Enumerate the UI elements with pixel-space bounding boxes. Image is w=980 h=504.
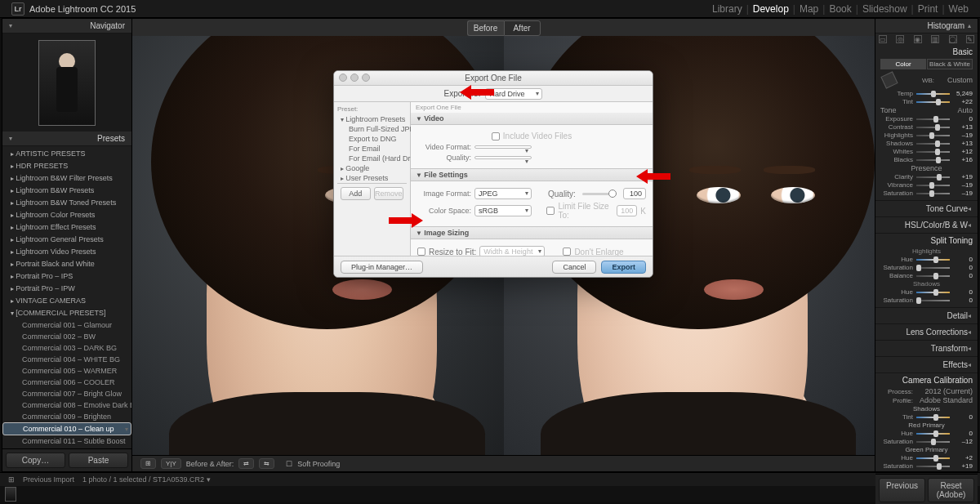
cc-red-hue-value[interactable]: 0 — [953, 430, 973, 437]
nav-book[interactable]: Book — [829, 3, 851, 15]
shadows-value[interactable]: +13 — [953, 140, 973, 147]
file-settings-header[interactable]: File Settings — [411, 169, 653, 181]
temp-slider[interactable] — [916, 93, 950, 95]
nav-map[interactable]: Map — [800, 3, 818, 15]
clarity-slider[interactable] — [916, 176, 950, 178]
previous-button[interactable]: Previous — [879, 478, 925, 502]
ba-mode-chip[interactable]: Y|Y — [161, 458, 181, 469]
tint-slider[interactable] — [916, 101, 950, 103]
preset-item[interactable]: Export to DNG — [337, 134, 407, 144]
preset-folder-lightroom[interactable]: Lightroom Presets — [337, 114, 407, 124]
paste-button[interactable]: Paste — [69, 453, 128, 468]
preset-item[interactable]: Commercial 001 – Glamour — [2, 319, 131, 331]
temp-value[interactable]: 5,249 — [953, 90, 973, 97]
st-hue-h-slider[interactable] — [916, 259, 950, 261]
status-left[interactable]: Previous Import — [23, 475, 74, 484]
preset-item[interactable]: Commercial 010 – Clean up — [2, 422, 131, 435]
preset-item[interactable]: Commercial 006 – COOLER — [2, 377, 131, 388]
filmstrip-thumb[interactable] — [5, 487, 16, 502]
tab-before[interactable]: Before — [467, 20, 504, 36]
tone-curve-panel[interactable]: Tone Curve ◂ — [875, 201, 978, 217]
quality-slider[interactable] — [582, 193, 617, 195]
saturation-slider[interactable] — [916, 193, 950, 194]
preset-item[interactable]: Commercial 008 – Emotive Dark BG — [2, 399, 131, 411]
process-value[interactable]: 2012 (Current) — [916, 387, 973, 395]
image-sizing-header[interactable]: Image Sizing — [411, 227, 653, 239]
preset-item[interactable]: Commercial 005 – WARMER — [2, 365, 131, 377]
tab-after[interactable]: After — [504, 20, 541, 36]
treatment-bw[interactable]: Black & White — [927, 59, 973, 69]
plugin-manager-button[interactable]: Plug-in Manager… — [341, 261, 423, 274]
preset-folder[interactable]: Lightroom Color Presets — [2, 209, 131, 221]
highlights-slider[interactable] — [916, 135, 950, 136]
preset-folder-open[interactable]: [COMMERCIAL PRESETS] — [2, 307, 131, 319]
dialog-titlebar[interactable]: Export One File — [334, 71, 653, 86]
image-format-select[interactable]: JPEG — [474, 188, 532, 199]
st-hue-s-slider[interactable] — [916, 292, 950, 293]
cc-tint-slider[interactable] — [916, 417, 950, 418]
grad-tool-icon[interactable]: ▥ — [931, 35, 939, 43]
navigator-thumbnail[interactable] — [2, 33, 131, 132]
preset-item[interactable]: Commercial 011 – Subtle Boost — [2, 435, 131, 447]
st-sat-s-value[interactable]: 0 — [953, 297, 973, 304]
preset-item[interactable]: Commercial 007 – Bright Glow — [2, 388, 131, 399]
hsl-panel[interactable]: HSL / Color / B & W ◂ — [875, 217, 978, 234]
tint-value[interactable]: +22 — [953, 98, 973, 105]
preset-item[interactable]: Commercial 002 – BW — [2, 331, 131, 342]
nav-web[interactable]: Web — [949, 3, 969, 15]
cc-red-sat-value[interactable]: –12 — [953, 438, 973, 445]
preset-folder[interactable]: HDR PRESETS — [2, 160, 131, 172]
vibrance-value[interactable]: –19 — [953, 181, 973, 189]
nav-library[interactable]: Library — [712, 3, 742, 15]
lens-corrections-panel[interactable]: Lens Corrections ◂ — [875, 324, 978, 341]
preset-item[interactable]: Commercial 004 – WHITE BG — [2, 354, 131, 365]
preset-item[interactable]: Burn Full-Sized JPEGs — [337, 124, 407, 134]
preset-folder[interactable]: Lightroom General Presets — [2, 234, 131, 246]
nav-print[interactable]: Print — [918, 3, 938, 15]
st-sat-h-slider[interactable] — [916, 267, 950, 269]
histogram-header[interactable]: Histogram ▴ — [875, 19, 978, 33]
colorspace-select[interactable]: sRGB — [474, 205, 532, 216]
preset-folder[interactable]: Portrait Pro – IPW — [2, 283, 131, 295]
preset-add-button[interactable]: Add — [341, 187, 371, 200]
st-balance-value[interactable]: 0 — [953, 272, 973, 279]
wb-picker-icon[interactable] — [880, 71, 898, 88]
exposure-slider[interactable] — [916, 118, 950, 120]
nav-develop[interactable]: Develop — [753, 3, 789, 15]
view-mode-chip[interactable]: ⊞ — [140, 458, 156, 469]
preset-item[interactable]: For Email — [337, 144, 407, 154]
nav-slideshow[interactable]: Slideshow — [862, 3, 907, 15]
minimize-icon[interactable] — [350, 74, 359, 82]
st-sat-s-slider[interactable] — [916, 300, 950, 301]
vibrance-slider[interactable] — [916, 185, 950, 186]
presets-header[interactable]: ▾ Presets — [2, 132, 131, 146]
clarity-value[interactable]: +19 — [953, 173, 973, 181]
video-header[interactable]: Video — [411, 113, 653, 125]
preset-folder[interactable]: Lightroom B&W Presets — [2, 185, 131, 197]
treatment-switch[interactable]: Color Black & White — [880, 59, 973, 69]
ba-swap-icon[interactable]: ⇄ — [238, 458, 254, 469]
cc-green-hue-slider[interactable] — [916, 457, 950, 459]
detail-panel[interactable]: Detail ◂ — [875, 308, 978, 324]
cc-red-hue-slider[interactable] — [916, 433, 950, 435]
wb-value[interactable]: Custom — [938, 76, 973, 84]
navigator-header[interactable]: ▾ Navigator — [2, 19, 131, 33]
highlights-value[interactable]: –19 — [953, 132, 973, 139]
contrast-value[interactable]: +13 — [953, 123, 973, 131]
saturation-value[interactable]: –19 — [953, 190, 973, 197]
radial-tool-icon[interactable]: ◯ — [949, 35, 957, 43]
crop-tool-icon[interactable]: ▭ — [879, 35, 887, 43]
brush-tool-icon[interactable]: ✎ — [966, 35, 974, 43]
preset-folder[interactable]: Lightroom Effect Presets — [2, 221, 131, 234]
st-hue-h-value[interactable]: 0 — [953, 256, 973, 263]
limit-size-checkbox[interactable] — [546, 207, 555, 215]
blacks-value[interactable]: +16 — [953, 156, 973, 163]
preset-folder[interactable]: Portrait Pro – IPS — [2, 270, 131, 283]
preset-item[interactable]: Commercial 009 – Brighten — [2, 411, 131, 422]
redeye-tool-icon[interactable]: ◉ — [914, 35, 922, 43]
preset-folder[interactable]: Portrait Black and White — [2, 258, 131, 270]
spot-tool-icon[interactable]: ◎ — [896, 35, 904, 43]
exposure-value[interactable]: 0 — [953, 115, 973, 123]
blacks-slider[interactable] — [916, 159, 950, 161]
preset-folder[interactable]: Lightroom Video Presets — [2, 246, 131, 258]
